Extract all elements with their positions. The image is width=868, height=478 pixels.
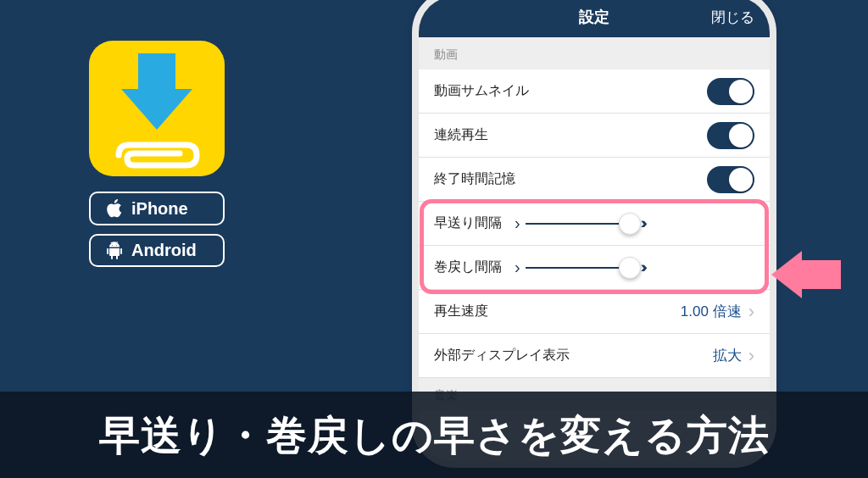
callout-arrow-icon: [771, 251, 841, 298]
slider-knob[interactable]: [619, 213, 641, 235]
close-button[interactable]: 閉じる: [711, 8, 754, 27]
ext-display-label: 外部ディスプレイ表示: [434, 347, 713, 364]
nav-title: 設定: [579, 7, 609, 27]
ext-display-value: 拡大: [713, 346, 742, 365]
rw-slider[interactable]: [526, 267, 636, 269]
row-thumbnail[interactable]: 動画サムネイル: [419, 69, 770, 114]
download-arrow-icon: [121, 89, 192, 130]
iphone-label: iPhone: [131, 199, 188, 219]
continuous-toggle[interactable]: [707, 122, 754, 149]
continuous-label: 連続再生: [434, 126, 707, 144]
row-continuous[interactable]: 連続再生: [419, 114, 770, 158]
platform-badges: iPhone Android: [89, 192, 225, 267]
row-playback-speed[interactable]: 再生速度 1.00 倍速 ›: [419, 290, 770, 334]
chevron-right-icon: ›: [515, 258, 520, 277]
android-icon: [106, 242, 123, 260]
chevron-right-icon: ›: [748, 301, 754, 323]
speed-value: 1.00 倍速: [681, 302, 742, 321]
ff-slider[interactable]: [526, 223, 636, 225]
thumbnail-toggle[interactable]: [707, 78, 754, 105]
row-endtime[interactable]: 終了時間記憶: [419, 158, 770, 202]
endtime-toggle[interactable]: [707, 166, 754, 193]
row-ff-interval[interactable]: 早送り間隔 › ›››: [419, 202, 770, 246]
slider-knob[interactable]: [619, 257, 641, 279]
app-icon: [89, 41, 225, 176]
nav-header: 設定 閉じる: [419, 0, 770, 37]
row-ext-display[interactable]: 外部ディスプレイ表示 拡大 ›: [419, 334, 770, 378]
android-label: Android: [131, 241, 197, 260]
chevron-right-icon: ›: [515, 214, 520, 233]
rw-label: 巻戻し間隔: [434, 258, 515, 276]
row-rw-interval[interactable]: 巻戻し間隔 › ›››: [419, 246, 770, 290]
left-info: iPhone Android: [89, 41, 225, 267]
ff-label: 早送り間隔: [434, 214, 515, 232]
thumbnail-label: 動画サムネイル: [434, 82, 707, 100]
section-video-header: 動画: [419, 37, 770, 69]
apple-icon: [106, 198, 123, 219]
chevron-triple-icon: ›››: [641, 258, 643, 276]
android-badge: Android: [89, 234, 225, 267]
chevron-triple-icon: ›››: [641, 214, 643, 232]
chevron-right-icon: ›: [748, 345, 754, 367]
iphone-badge: iPhone: [89, 192, 225, 225]
paperclip-icon: [110, 140, 203, 170]
endtime-label: 終了時間記憶: [434, 170, 707, 188]
speed-label: 再生速度: [434, 303, 681, 320]
title-banner: 早送り・巻戻しの早さを変える方法: [0, 392, 868, 478]
